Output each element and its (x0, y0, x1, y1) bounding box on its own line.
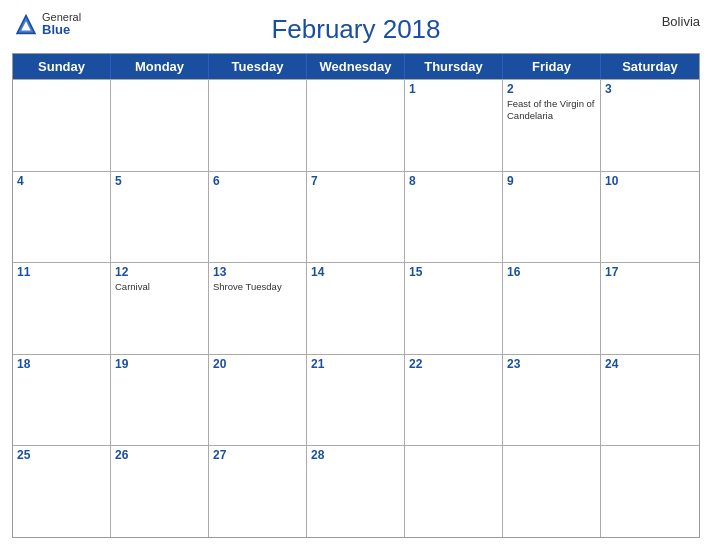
week-row-5: 25262728 (13, 445, 699, 537)
day-cell-w4-d4: 21 (307, 355, 405, 446)
day-cell-w3-d7: 17 (601, 263, 699, 354)
header-thursday: Thursday (405, 54, 503, 79)
day-cell-w3-d4: 14 (307, 263, 405, 354)
day-cell-w1-d6: 2Feast of the Virgin of Candelaria (503, 80, 601, 171)
day-number: 23 (507, 357, 596, 371)
day-cell-w5-d3: 27 (209, 446, 307, 537)
day-number: 11 (17, 265, 106, 279)
day-number: 25 (17, 448, 106, 462)
day-number: 26 (115, 448, 204, 462)
day-cell-w3-d6: 16 (503, 263, 601, 354)
day-number: 12 (115, 265, 204, 279)
calendar-container: General Blue February 2018 Bolivia Sunda… (0, 0, 712, 550)
day-cell-w2-d2: 5 (111, 172, 209, 263)
day-cell-w3-d5: 15 (405, 263, 503, 354)
day-cell-w4-d5: 22 (405, 355, 503, 446)
day-cell-w5-d1: 25 (13, 446, 111, 537)
day-number: 3 (605, 82, 695, 96)
day-cell-w3-d3: 13Shrove Tuesday (209, 263, 307, 354)
day-cell-w2-d4: 7 (307, 172, 405, 263)
header-sunday: Sunday (13, 54, 111, 79)
calendar-header: General Blue February 2018 Bolivia (12, 10, 700, 53)
calendar-grid: Sunday Monday Tuesday Wednesday Thursday… (12, 53, 700, 538)
calendar-body: 12Feast of the Virgin of Candelaria34567… (13, 79, 699, 537)
logo-blue-text: Blue (42, 23, 81, 37)
day-cell-w1-d3 (209, 80, 307, 171)
day-number: 13 (213, 265, 302, 279)
logo-icon (12, 10, 40, 38)
day-number: 5 (115, 174, 204, 188)
day-number: 15 (409, 265, 498, 279)
day-headers-row: Sunday Monday Tuesday Wednesday Thursday… (13, 54, 699, 79)
day-number: 28 (311, 448, 400, 462)
day-cell-w4-d6: 23 (503, 355, 601, 446)
event-text: Feast of the Virgin of Candelaria (507, 98, 596, 123)
header-monday: Monday (111, 54, 209, 79)
day-number: 6 (213, 174, 302, 188)
day-cell-w4-d1: 18 (13, 355, 111, 446)
day-number: 18 (17, 357, 106, 371)
day-cell-w4-d3: 20 (209, 355, 307, 446)
header-tuesday: Tuesday (209, 54, 307, 79)
day-cell-w3-d1: 11 (13, 263, 111, 354)
day-cell-w2-d3: 6 (209, 172, 307, 263)
day-number: 4 (17, 174, 106, 188)
day-number: 22 (409, 357, 498, 371)
country-label: Bolivia (662, 14, 700, 29)
day-cell-w2-d1: 4 (13, 172, 111, 263)
day-cell-w1-d5: 1 (405, 80, 503, 171)
logo-text: General Blue (42, 11, 81, 37)
event-text: Shrove Tuesday (213, 281, 302, 293)
day-cell-w5-d4: 28 (307, 446, 405, 537)
logo: General Blue (12, 10, 81, 38)
week-row-1: 12Feast of the Virgin of Candelaria3 (13, 79, 699, 171)
day-cell-w1-d4 (307, 80, 405, 171)
header-friday: Friday (503, 54, 601, 79)
day-number: 27 (213, 448, 302, 462)
day-cell-w4-d7: 24 (601, 355, 699, 446)
day-number: 7 (311, 174, 400, 188)
day-cell-w5-d6 (503, 446, 601, 537)
day-number: 9 (507, 174, 596, 188)
day-number: 19 (115, 357, 204, 371)
day-cell-w2-d7: 10 (601, 172, 699, 263)
day-number: 20 (213, 357, 302, 371)
event-text: Carnival (115, 281, 204, 293)
day-cell-w2-d6: 9 (503, 172, 601, 263)
day-number: 8 (409, 174, 498, 188)
day-cell-w2-d5: 8 (405, 172, 503, 263)
day-cell-w5-d2: 26 (111, 446, 209, 537)
day-cell-w1-d7: 3 (601, 80, 699, 171)
day-number: 1 (409, 82, 498, 96)
day-cell-w1-d1 (13, 80, 111, 171)
week-row-2: 45678910 (13, 171, 699, 263)
day-number: 14 (311, 265, 400, 279)
week-row-3: 1112Carnival13Shrove Tuesday14151617 (13, 262, 699, 354)
day-number: 21 (311, 357, 400, 371)
day-number: 24 (605, 357, 695, 371)
day-cell-w3-d2: 12Carnival (111, 263, 209, 354)
week-row-4: 18192021222324 (13, 354, 699, 446)
calendar-title: February 2018 (271, 14, 440, 45)
header-saturday: Saturday (601, 54, 699, 79)
day-cell-w5-d7 (601, 446, 699, 537)
day-cell-w4-d2: 19 (111, 355, 209, 446)
day-number: 16 (507, 265, 596, 279)
day-number: 10 (605, 174, 695, 188)
day-cell-w5-d5 (405, 446, 503, 537)
day-number: 2 (507, 82, 596, 96)
day-number: 17 (605, 265, 695, 279)
day-cell-w1-d2 (111, 80, 209, 171)
header-wednesday: Wednesday (307, 54, 405, 79)
